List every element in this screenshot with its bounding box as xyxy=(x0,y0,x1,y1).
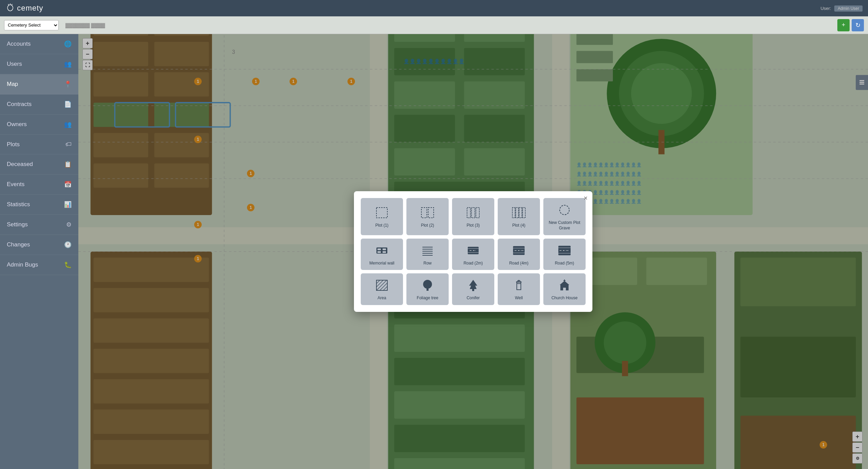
area-label: Area xyxy=(377,296,386,301)
modal-item-foliage-tree[interactable]: Foliage tree xyxy=(406,273,449,305)
sidebar-label-deceased: Deceased xyxy=(7,161,33,168)
sidebar-label-users: Users xyxy=(7,61,22,67)
svg-rect-89 xyxy=(421,208,427,218)
toolbar-actions: + ↻ xyxy=(837,19,864,31)
modal-item-memorial-wall[interactable]: Memorial wall xyxy=(361,239,403,270)
sidebar-item-events[interactable]: Events 📅 xyxy=(0,175,78,195)
plot3-icon xyxy=(466,206,480,221)
sidebar-item-changes[interactable]: Changes 🕐 xyxy=(0,235,78,255)
memorial-wall-label: Memorial wall xyxy=(369,261,394,266)
sidebar-item-deceased[interactable]: Deceased 📋 xyxy=(0,154,78,175)
svg-rect-91 xyxy=(467,208,470,218)
sidebar-label-contracts: Contracts xyxy=(7,101,32,108)
svg-rect-88 xyxy=(376,208,387,218)
plot2-label: Plot (2) xyxy=(421,223,434,228)
sidebar-item-settings[interactable]: Settings ⚙ xyxy=(0,215,78,235)
svg-line-131 xyxy=(383,286,387,290)
road5m-label: Road (5m) xyxy=(555,261,574,266)
modal-item-plot1[interactable]: Plot (1) xyxy=(361,198,403,235)
breadcrumb: ▓▓▓▓▓▓▓ ▓▓▓▓ xyxy=(65,22,105,28)
add-element-modal: × Plot (1) xyxy=(354,191,592,312)
username: Admin User xyxy=(834,5,863,12)
map-icon: 📍 xyxy=(64,80,72,88)
refresh-button[interactable]: ↻ xyxy=(852,19,864,31)
accounts-icon: 🌐 xyxy=(64,40,72,48)
road5m-icon xyxy=(558,244,571,259)
map-area[interactable]: + − ⛶ ✏ xyxy=(78,34,868,469)
church-house-icon xyxy=(558,279,571,293)
sidebar-item-map[interactable]: Map 📍 xyxy=(0,74,78,94)
svg-point-98 xyxy=(560,205,569,215)
modal-item-conifer[interactable]: Conifer xyxy=(452,273,494,305)
users-icon: 👥 xyxy=(64,60,72,68)
modal-item-road5m[interactable]: Road (5m) xyxy=(543,239,586,270)
modal-item-road4m[interactable]: Road (4m) xyxy=(498,239,540,270)
sidebar-item-contracts[interactable]: Contracts 📄 xyxy=(0,94,78,115)
modal-item-plot3[interactable]: Plot (3) xyxy=(452,198,494,235)
sidebar-item-adminbugs[interactable]: Admin Bugs 🐛 xyxy=(0,255,78,275)
svg-rect-93 xyxy=(476,208,479,218)
svg-rect-90 xyxy=(428,208,434,218)
svg-rect-97 xyxy=(523,208,525,218)
road4m-icon xyxy=(512,244,526,259)
plot4-icon xyxy=(512,206,526,221)
svg-rect-103 xyxy=(383,251,386,253)
sidebar-item-plots[interactable]: Plots 🏷 xyxy=(0,135,78,154)
cemetery-select[interactable]: Cemetery Select xyxy=(4,20,59,30)
statistics-icon: 📊 xyxy=(64,201,72,208)
contracts-icon: 📄 xyxy=(64,101,72,108)
sidebar-item-statistics[interactable]: Statistics 📊 xyxy=(0,195,78,215)
conifer-label: Conifer xyxy=(467,296,480,301)
adminbugs-icon: 🐛 xyxy=(64,261,72,269)
plot1-label: Plot (1) xyxy=(375,223,389,228)
sidebar-label-accounts: Accounts xyxy=(7,41,31,47)
plots-icon: 🏷 xyxy=(65,141,72,148)
modal-item-church-house[interactable]: Church House xyxy=(543,273,586,305)
custom-plot-icon xyxy=(558,203,571,218)
settings-icon: ⚙ xyxy=(66,221,72,228)
topbar: cemety User: Admin User xyxy=(0,0,868,16)
road2m-label: Road (2m) xyxy=(464,261,483,266)
add-button[interactable]: + xyxy=(837,19,850,31)
road2m-icon xyxy=(466,244,480,259)
modal-item-area[interactable]: Area xyxy=(361,273,403,305)
sidebar-label-events: Events xyxy=(7,181,25,188)
plot2-icon xyxy=(421,206,434,221)
sidebar-label-map: Map xyxy=(7,81,18,88)
modal-item-well[interactable]: Well xyxy=(498,273,540,305)
sidebar-label-settings: Settings xyxy=(7,221,28,228)
events-icon: 📅 xyxy=(64,181,72,188)
modal-item-plot4[interactable]: Plot (4) xyxy=(498,198,540,235)
modal-item-custom-plot[interactable]: New Custom Plot Grave xyxy=(543,198,586,235)
modal-item-row[interactable]: Row xyxy=(406,239,449,270)
sidebar-item-accounts[interactable]: Accounts 🌐 xyxy=(0,34,78,54)
foliage-tree-label: Foliage tree xyxy=(417,296,438,301)
modal-close-button[interactable]: × xyxy=(584,195,588,201)
svg-line-128 xyxy=(376,280,383,287)
sidebar-label-statistics: Statistics xyxy=(7,201,30,208)
svg-point-133 xyxy=(423,280,432,289)
well-label: Well xyxy=(515,296,523,301)
plot3-label: Plot (3) xyxy=(467,223,480,228)
svg-rect-92 xyxy=(471,208,475,218)
modal-item-plot2[interactable]: Plot (2) xyxy=(406,198,449,235)
svg-rect-94 xyxy=(512,208,515,218)
area-icon xyxy=(375,279,389,293)
sidebar-label-owners: Owners xyxy=(7,121,27,128)
svg-rect-137 xyxy=(517,284,521,290)
road4m-label: Road (4m) xyxy=(509,261,529,266)
deceased-icon: 📋 xyxy=(64,161,72,168)
modal-item-road2m[interactable]: Road (2m) xyxy=(452,239,494,270)
plot4-label: Plot (4) xyxy=(512,223,526,228)
toolbar: Cemetery Select ▓▓▓▓▓▓▓ ▓▓▓▓ + ↻ xyxy=(0,16,868,34)
memorial-wall-icon xyxy=(375,244,389,259)
changes-icon: 🕐 xyxy=(64,241,72,248)
svg-rect-102 xyxy=(377,251,381,253)
owners-icon: 👥 xyxy=(64,121,72,128)
svg-line-127 xyxy=(376,280,380,284)
svg-rect-145 xyxy=(563,288,566,290)
row-label: Row xyxy=(423,261,432,266)
sidebar-item-users[interactable]: Users 👥 xyxy=(0,54,78,74)
sidebar-item-owners[interactable]: Owners 👥 xyxy=(0,115,78,135)
svg-rect-100 xyxy=(377,248,381,250)
